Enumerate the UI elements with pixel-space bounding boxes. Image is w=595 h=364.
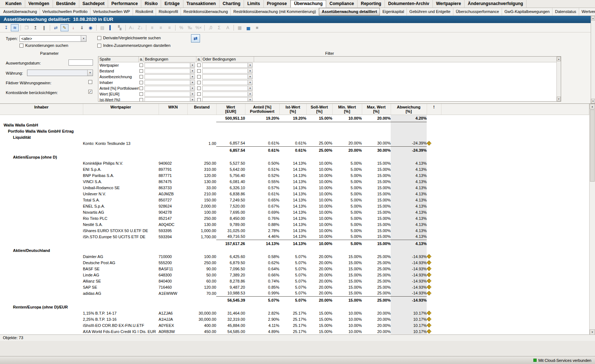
- security-row[interactable]: BASF SEBASF1190.007,096.500.64%5.07%20.0…: [0, 266, 589, 272]
- chart-zoom-icon[interactable]: ◉: [86, 24, 94, 31]
- chevron-down-icon[interactable]: ▼: [190, 86, 195, 90]
- menu-item-sachdepot[interactable]: Sachdepot: [79, 0, 108, 8]
- menu-item-ertr-ge[interactable]: Erträge: [161, 0, 183, 8]
- col-header-anteil[interactable]: Anteil [%]Portfoliowert: [245, 104, 279, 115]
- menu-item-wertpapiere[interactable]: Wertpapiere: [433, 0, 465, 8]
- bedingungen-combo[interactable]: ▼: [145, 97, 195, 102]
- chevron-down-icon[interactable]: ▼: [248, 92, 252, 96]
- bedingungen-combo[interactable]: ▼: [145, 63, 195, 68]
- security-row[interactable]: Rio Tinto PLC852147250.008,450.000.76%14…: [0, 215, 589, 221]
- security-row[interactable]: Koninklijke Philips N.V.940602250.005,52…: [0, 160, 589, 166]
- export-down-icon[interactable]: ⇓: [78, 24, 86, 31]
- col-header-wertpapier[interactable]: Wertpapier: [83, 104, 159, 115]
- filter-grid-scrollbar[interactable]: ▲ ▼: [556, 57, 561, 101]
- or-checkbox[interactable]: [197, 92, 201, 96]
- col-header-max[interactable]: Max. Wert[%]: [362, 104, 391, 115]
- chevron-down-icon[interactable]: ▼: [248, 75, 252, 79]
- chevron-down-icon[interactable]: ▼: [190, 80, 195, 85]
- or-checkbox[interactable]: [197, 63, 201, 67]
- security-row[interactable]: iSh.STO.Europe 50 UCITS ETF DE5933941,70…: [0, 234, 589, 240]
- derivate-checkbox[interactable]: [97, 36, 101, 40]
- subtab-restriktions-berwachung[interactable]: Restriktionsüberwachung: [181, 8, 231, 15]
- scroll-down-button[interactable]: ▼: [590, 329, 595, 334]
- refresh-button[interactable]: ⇄: [191, 34, 200, 43]
- security-row[interactable]: AXA World Fds-Euro Credit IG I Dis. EURA…: [0, 328, 589, 334]
- export-up-icon[interactable]: ↥: [31, 24, 39, 31]
- and-checkbox[interactable]: [139, 86, 143, 90]
- col-header-bestand[interactable]: Bestand: [187, 104, 216, 115]
- chevron-down-icon[interactable]: ▼: [248, 69, 252, 73]
- oder-bedingungen-combo[interactable]: ▼: [202, 74, 253, 79]
- menu-item-berwachung[interactable]: Überwachung: [290, 0, 326, 8]
- typen-select[interactable]: <alle> ▼: [19, 35, 86, 42]
- menu-item-reporting[interactable]: Reporting: [358, 0, 385, 8]
- and-checkbox[interactable]: [139, 63, 143, 67]
- fiktiver-waehrungsgewinn-checkbox[interactable]: [88, 80, 92, 84]
- or-checkbox[interactable]: [197, 75, 201, 79]
- chevron-down-icon[interactable]: ▼: [81, 36, 86, 41]
- col-header-inhaber[interactable]: Inhaber: [0, 104, 83, 115]
- security-row[interactable]: SAP SE716460120.009,487.200.85%5.07%20.0…: [0, 284, 589, 290]
- kursnotierungen-checkbox-field[interactable]: Kursnotierungen suchen: [19, 43, 68, 48]
- oder-bedingungen-combo[interactable]: ▼: [202, 68, 253, 74]
- menu-item-nderungsnachverfolgung[interactable]: Änderungsnachverfolgung: [465, 0, 527, 8]
- scroll-down-button[interactable]: ▼: [591, 99, 595, 103]
- oder-bedingungen-combo[interactable]: ▼: [202, 97, 253, 102]
- security-row[interactable]: Daimler AG710000100.006,425.600.58%5.07%…: [0, 253, 589, 259]
- security-row[interactable]: iShsIII-EO COR.BD EX-FIN.U.ETFA0YEEX400.…: [0, 322, 589, 328]
- menu-item-charting[interactable]: Charting: [219, 0, 244, 8]
- oder-bedingungen-combo[interactable]: ▼: [202, 86, 253, 91]
- chevron-down-icon[interactable]: ▼: [190, 92, 195, 96]
- menu-item-compliance[interactable]: Compliance: [326, 0, 358, 8]
- or-checkbox[interactable]: [197, 81, 201, 84]
- bar-view-icon[interactable]: ▍: [107, 24, 115, 31]
- menu-item-transaktionen[interactable]: Transaktionen: [183, 0, 219, 8]
- subtab-asset-berwachung[interactable]: Assetüberwachung: [1, 8, 40, 15]
- chevron-down-icon[interactable]: ▼: [248, 86, 252, 90]
- edit-marker-icon[interactable]: ✎: [61, 24, 68, 31]
- col-header-abweichung[interactable]: Abweichung[%]: [391, 104, 427, 115]
- menu-item-kunden[interactable]: Kunden: [2, 0, 25, 8]
- waehrung-select[interactable]: ▼: [27, 70, 93, 76]
- bedingungen-combo[interactable]: ▼: [145, 74, 195, 79]
- subtab-geb-hren-und-entgelte[interactable]: Gebühren und Entgelte: [407, 8, 453, 15]
- auswertungsdatum-input[interactable]: [68, 59, 93, 66]
- filter-grid-col-header-0[interactable]: Spalte: [98, 57, 139, 62]
- chevron-down-icon[interactable]: ▼: [87, 70, 93, 76]
- security-row[interactable]: Unibail-Rodamco SE86373333.006,326.100.5…: [0, 185, 589, 191]
- refresh-icon[interactable]: ⇄: [52, 24, 60, 31]
- scroll-down-button[interactable]: ▼: [557, 97, 561, 101]
- and-checkbox[interactable]: [139, 75, 143, 79]
- menu-item-best-nde[interactable]: Bestände: [53, 0, 79, 8]
- oder-bedingungen-combo[interactable]: ▼: [202, 92, 253, 97]
- bedingungen-combo[interactable]: ▼: [145, 86, 195, 91]
- security-row[interactable]: Total S.A.850727150.007,249.500.65%14.13…: [0, 197, 589, 203]
- index-checkbox[interactable]: [97, 44, 101, 48]
- col-header-wkn[interactable]: WKN: [159, 104, 187, 115]
- scroll-up-button[interactable]: ▲: [590, 104, 595, 109]
- col-header-min[interactable]: Min. Wert[%]: [332, 104, 362, 115]
- security-row[interactable]: ENI S.p.A.897791310.005,642.000.51%14.13…: [0, 166, 589, 172]
- chevron-down-icon[interactable]: ▼: [248, 63, 252, 67]
- menu-item-performance[interactable]: Performance: [108, 0, 141, 8]
- kontostaende-checkbox[interactable]: ✓: [88, 90, 92, 94]
- menu-item-dokumenten-archiv[interactable]: Dokumenten-Archiv: [385, 0, 433, 8]
- and-checkbox[interactable]: [139, 92, 143, 96]
- chevron-down-icon[interactable]: ▼: [190, 75, 195, 79]
- col-header-warn[interactable]: !: [427, 104, 441, 115]
- and-checkbox[interactable]: [139, 98, 143, 102]
- security-row[interactable]: BNP Paribas S.A.887771120.005,756.400.52…: [0, 172, 589, 178]
- or-checkbox[interactable]: [197, 98, 201, 102]
- and-checkbox[interactable]: [139, 81, 143, 84]
- or-checkbox[interactable]: [197, 69, 201, 73]
- menu-item-limits[interactable]: Limits: [244, 0, 263, 8]
- subtab-verlustschwellen-portfolio[interactable]: Verlustschwellen Portfolio: [40, 8, 90, 15]
- subtab-asset-berwachung-detailliert[interactable]: Assetüberwachung detailliert: [319, 8, 380, 15]
- security-row[interactable]: Novartis AG904278100.007,695.000.69%14.1…: [0, 209, 589, 215]
- subtab-wertver-nderung[interactable]: Wertveränderung: [579, 8, 595, 15]
- filter-grid-col-header-4[interactable]: Oder Bedingungen: [201, 57, 254, 62]
- chevron-down-icon[interactable]: ▼: [190, 69, 195, 73]
- security-row[interactable]: Linde AG64830050.007,389.200.66%5.07%20.…: [0, 272, 589, 278]
- bedingungen-combo[interactable]: ▼: [145, 68, 195, 74]
- security-row[interactable]: Deutsche Post AG555200250.006,879.500.62…: [0, 259, 589, 266]
